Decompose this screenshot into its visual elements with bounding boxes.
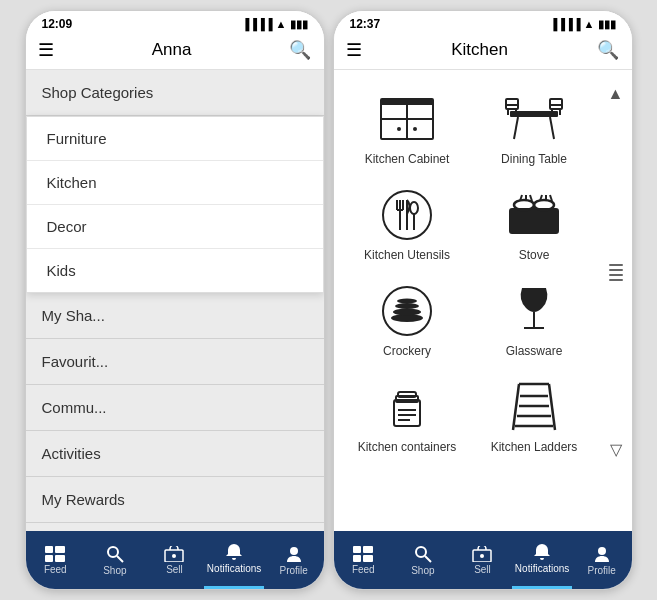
category-kitchen-containers[interactable]: Kitchen containers bbox=[346, 370, 469, 462]
nav-shop-2[interactable]: Shop bbox=[393, 531, 453, 589]
scroll-lines bbox=[609, 264, 623, 281]
menu-item-activities[interactable]: Activities bbox=[26, 431, 324, 477]
kitchen-cabinet-label: Kitchen Cabinet bbox=[365, 152, 450, 166]
nav-notifications-2[interactable]: Notifications bbox=[512, 531, 572, 589]
stove-label: Stove bbox=[519, 248, 550, 262]
svg-point-4 bbox=[108, 547, 118, 557]
svg-line-57 bbox=[549, 384, 555, 430]
profile-icon-1 bbox=[285, 545, 303, 563]
sell-icon-2 bbox=[472, 546, 492, 562]
profile-icon-2 bbox=[593, 545, 611, 563]
svg-point-67 bbox=[416, 547, 426, 557]
glassware-label: Glassware bbox=[506, 344, 563, 358]
header-title-1: Anna bbox=[152, 40, 192, 60]
menu-item-wallet[interactable]: My Wallet bbox=[26, 523, 324, 531]
svg-rect-15 bbox=[510, 111, 558, 117]
category-kitchen-ladders[interactable]: Kitchen Ladders bbox=[473, 370, 596, 462]
svg-rect-2 bbox=[45, 555, 53, 562]
category-glassware[interactable]: Glassware bbox=[473, 274, 596, 366]
nav-profile-1[interactable]: Profile bbox=[264, 531, 324, 589]
hamburger-icon[interactable]: ☰ bbox=[38, 39, 54, 61]
category-dining-table[interactable]: Dining Table bbox=[473, 82, 596, 174]
time-1: 12:09 bbox=[42, 17, 73, 31]
search-icon-1[interactable]: 🔍 bbox=[289, 39, 311, 61]
kitchen-containers-label: Kitchen containers bbox=[358, 440, 457, 454]
scroll-down-arrow[interactable]: ▽ bbox=[610, 442, 622, 458]
svg-point-14 bbox=[413, 127, 417, 131]
nav-feed-label-1: Feed bbox=[44, 564, 67, 575]
nav-shop-1[interactable]: Shop bbox=[85, 531, 145, 589]
dropdown-overlay: Furniture Kitchen Decor Kids bbox=[26, 116, 324, 293]
svg-line-68 bbox=[425, 556, 431, 562]
svg-line-56 bbox=[513, 384, 519, 430]
scroll-arrows: ▲ ▽ bbox=[604, 78, 628, 466]
nav-profile-label-2: Profile bbox=[587, 565, 615, 576]
menu-item-myshared[interactable]: My Sha... bbox=[26, 293, 324, 339]
nav-shop-label-2: Shop bbox=[411, 565, 434, 576]
nav-notifications-1[interactable]: Notifications bbox=[204, 531, 264, 589]
menu-item-shop-categories[interactable]: Shop Categories bbox=[26, 70, 324, 116]
time-2: 12:37 bbox=[350, 17, 381, 31]
kitchen-content: Kitchen Cabinet bbox=[334, 70, 632, 531]
svg-rect-34 bbox=[510, 209, 558, 233]
svg-line-17 bbox=[550, 117, 554, 139]
svg-rect-1 bbox=[55, 546, 65, 553]
nav-sell-2[interactable]: Sell bbox=[453, 531, 513, 589]
menu-item-favourites[interactable]: Favourit... bbox=[26, 339, 324, 385]
dropdown-item-furniture[interactable]: Furniture bbox=[27, 117, 323, 161]
hamburger-icon-2[interactable]: ☰ bbox=[346, 39, 362, 61]
shop-icon-1 bbox=[106, 545, 124, 563]
menu-item-rewards[interactable]: My Rewards bbox=[26, 477, 324, 523]
category-stove[interactable]: Stove bbox=[473, 178, 596, 270]
crockery-label: Crockery bbox=[383, 344, 431, 358]
svg-point-47 bbox=[397, 299, 417, 304]
kitchen-utensils-label: Kitchen Utensils bbox=[364, 248, 450, 262]
nav-feed-2[interactable]: Feed bbox=[334, 531, 394, 589]
nav-profile-2[interactable]: Profile bbox=[572, 531, 632, 589]
kitchen-ladders-icon bbox=[502, 380, 566, 434]
status-bar-1: 12:09 ▐▐▐▐ ▲ ▮▮▮ bbox=[26, 11, 324, 35]
status-icons-1: ▐▐▐▐ ▲ ▮▮▮ bbox=[241, 18, 307, 31]
svg-point-45 bbox=[393, 309, 421, 316]
category-grid: Kitchen Cabinet bbox=[338, 78, 604, 466]
menu-item-community[interactable]: Commu... bbox=[26, 385, 324, 431]
svg-rect-64 bbox=[363, 546, 373, 553]
kitchen-ladders-label: Kitchen Ladders bbox=[491, 440, 578, 454]
dropdown-item-kids[interactable]: Kids bbox=[27, 249, 323, 292]
category-kitchen-utensils[interactable]: Kitchen Utensils bbox=[346, 178, 469, 270]
nav-notifications-label-2: Notifications bbox=[515, 563, 569, 574]
category-kitchen-cabinet[interactable]: Kitchen Cabinet bbox=[346, 82, 469, 174]
bottom-nav-1: Feed Shop Sell Notifications bbox=[26, 531, 324, 589]
svg-rect-0 bbox=[45, 546, 53, 553]
app-header-1: ☰ Anna 🔍 bbox=[26, 35, 324, 70]
nav-sell-label-1: Sell bbox=[166, 564, 183, 575]
dining-table-icon bbox=[502, 92, 566, 146]
stove-icon bbox=[502, 188, 566, 242]
category-crockery[interactable]: Crockery bbox=[346, 274, 469, 366]
nav-sell-1[interactable]: Sell bbox=[145, 531, 205, 589]
svg-point-46 bbox=[395, 303, 419, 309]
svg-point-33 bbox=[410, 202, 418, 214]
nav-feed-label-2: Feed bbox=[352, 564, 375, 575]
svg-rect-12 bbox=[381, 99, 433, 105]
shop-icon-2 bbox=[414, 545, 432, 563]
notifications-icon-2 bbox=[533, 543, 551, 561]
phone-kitchen: 12:37 ▐▐▐▐ ▲ ▮▮▮ ☰ Kitchen 🔍 bbox=[333, 10, 633, 590]
dropdown-item-kitchen[interactable]: Kitchen bbox=[27, 161, 323, 205]
dropdown-item-decor[interactable]: Decor bbox=[27, 205, 323, 249]
kitchen-containers-icon bbox=[375, 380, 439, 434]
header-title-2: Kitchen bbox=[451, 40, 508, 60]
svg-rect-65 bbox=[353, 555, 361, 562]
svg-point-8 bbox=[290, 547, 298, 555]
glassware-icon bbox=[502, 284, 566, 338]
svg-rect-63 bbox=[353, 546, 361, 553]
nav-feed-1[interactable]: Feed bbox=[26, 531, 86, 589]
svg-point-13 bbox=[397, 127, 401, 131]
svg-point-7 bbox=[172, 554, 176, 558]
search-icon-2[interactable]: 🔍 bbox=[597, 39, 619, 61]
dining-table-label: Dining Table bbox=[501, 152, 567, 166]
nav-profile-label-1: Profile bbox=[279, 565, 307, 576]
kitchen-cabinet-icon bbox=[375, 92, 439, 146]
phone-menu: 12:09 ▐▐▐▐ ▲ ▮▮▮ ☰ Anna 🔍 Shop Categorie… bbox=[25, 10, 325, 590]
scroll-up-arrow[interactable]: ▲ bbox=[608, 86, 624, 102]
